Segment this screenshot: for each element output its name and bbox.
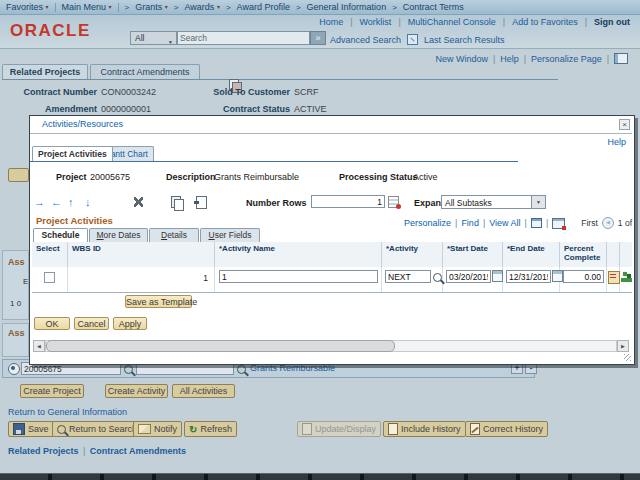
footer-related-projects-link[interactable]: Related Projects bbox=[8, 446, 79, 456]
subtab-more-dates[interactable]: More Dates bbox=[89, 228, 148, 242]
row-select-checkbox[interactable] bbox=[44, 272, 55, 283]
end-date-calendar-icon[interactable] bbox=[552, 270, 563, 282]
col-header-blank-1 bbox=[607, 242, 620, 267]
search-input[interactable] bbox=[177, 31, 310, 45]
refresh-button[interactable]: ↻Refresh bbox=[184, 421, 237, 437]
advanced-search-link[interactable]: Advanced Search bbox=[330, 35, 401, 45]
breadcrumb-separator: > bbox=[226, 3, 231, 12]
activity-name-input[interactable] bbox=[219, 270, 378, 283]
subtab-user-fields[interactable]: User Fields bbox=[200, 228, 260, 242]
search-go-button[interactable]: » bbox=[310, 31, 326, 45]
search-scope-select[interactable]: All▼ bbox=[130, 31, 177, 45]
personalize-link[interactable]: Personalize bbox=[404, 218, 451, 228]
processing-status-label: Processing Status bbox=[339, 172, 418, 182]
page-action-bar: New Window | Help | Personalize Page | bbox=[435, 53, 628, 64]
expand-select[interactable]: All Subtasks ▼ bbox=[441, 195, 546, 209]
layout-grid-icon[interactable] bbox=[614, 53, 628, 64]
chevron-down-icon: ▾ bbox=[165, 4, 168, 10]
find-link[interactable]: Find bbox=[461, 218, 479, 228]
divider: | bbox=[524, 54, 526, 64]
insert-rows-icon[interactable] bbox=[388, 196, 399, 208]
sign-out-link[interactable]: Sign out bbox=[594, 17, 630, 27]
subtab-details[interactable]: Details bbox=[149, 228, 199, 242]
correct-history-button[interactable]: Correct History bbox=[465, 421, 548, 437]
download-grid-icon[interactable] bbox=[552, 218, 565, 229]
end-date-input[interactable] bbox=[506, 270, 551, 283]
project-lookup-icon[interactable] bbox=[124, 365, 133, 374]
scroll-left-icon[interactable]: ◀ bbox=[33, 340, 45, 352]
activity-lookup-icon[interactable] bbox=[433, 273, 442, 282]
return-to-general-information-link[interactable]: Return to General Information bbox=[8, 407, 127, 417]
start-date-input[interactable] bbox=[446, 270, 491, 283]
breadcrumb-contract-terms[interactable]: Contract Terms bbox=[403, 2, 464, 12]
resources-icon[interactable] bbox=[621, 271, 632, 282]
cancel-button[interactable]: Cancel bbox=[74, 317, 109, 330]
personalize-page-link[interactable]: Personalize Page bbox=[531, 54, 602, 64]
tab-project-activities[interactable]: Project Activities bbox=[32, 146, 113, 161]
breadcrumb-separator: > bbox=[392, 3, 397, 12]
copy-icon[interactable] bbox=[171, 196, 181, 208]
create-project-button[interactable]: Create Project bbox=[20, 384, 84, 398]
breadcrumb-main-menu[interactable]: Main Menu ▾ bbox=[62, 2, 112, 12]
move-down-icon[interactable]: ↓ bbox=[85, 197, 91, 207]
breadcrumb-grants[interactable]: Grants ▾ bbox=[135, 2, 168, 12]
save-as-template-button[interactable]: Save as Template bbox=[125, 295, 192, 308]
ok-button[interactable]: OK bbox=[34, 317, 70, 330]
percent-complete-input[interactable] bbox=[563, 270, 604, 283]
save-button[interactable]: Save bbox=[8, 421, 54, 437]
activity-input[interactable] bbox=[385, 270, 431, 283]
number-rows-input[interactable] bbox=[311, 195, 385, 208]
all-activities-button[interactable]: All Activities bbox=[172, 384, 235, 398]
help-link[interactable]: Help bbox=[500, 54, 519, 64]
add-to-favorites-link[interactable]: Add to Favorites bbox=[512, 17, 578, 27]
return-to-search-button[interactable]: Return to Search bbox=[52, 421, 142, 437]
divider: | bbox=[483, 218, 485, 228]
breadcrumb-general-information[interactable]: General Information bbox=[307, 2, 387, 12]
notify-button[interactable]: Notify bbox=[133, 421, 182, 437]
breadcrumb-award-profile[interactable]: Award Profile bbox=[237, 2, 290, 12]
indent-left-icon[interactable]: ← bbox=[51, 197, 62, 207]
pager-prev-icon[interactable]: ◀ bbox=[602, 217, 614, 229]
scrollbar-thumb[interactable] bbox=[46, 340, 395, 352]
project-value: 20005675 bbox=[90, 172, 130, 182]
view-all-link[interactable]: View All bbox=[489, 218, 520, 228]
multichannel-console-link[interactable]: MultiChannel Console bbox=[408, 17, 496, 27]
home-link[interactable]: Home bbox=[319, 17, 343, 27]
popout-window-icon[interactable] bbox=[531, 218, 542, 228]
dialog-help-link[interactable]: Help bbox=[607, 137, 626, 147]
footer-contract-amendments-link[interactable]: Contract Amendments bbox=[90, 446, 186, 456]
last-search-results-link[interactable]: Last Search Results bbox=[424, 35, 505, 45]
disk-icon bbox=[13, 423, 25, 435]
tab-related-projects[interactable]: Related Projects bbox=[2, 64, 88, 79]
scroll-right-icon[interactable]: ▶ bbox=[617, 340, 629, 352]
activity-notes-icon[interactable] bbox=[608, 271, 620, 284]
hidden-button-fragment[interactable] bbox=[8, 168, 29, 182]
project-radio[interactable] bbox=[8, 363, 20, 375]
worklist-link[interactable]: Worklist bbox=[360, 17, 392, 27]
breadcrumb-awards[interactable]: Awards ▾ bbox=[185, 2, 220, 12]
envelope-icon bbox=[138, 424, 151, 434]
col-header-select: Select bbox=[32, 242, 68, 267]
new-window-link[interactable]: New Window bbox=[435, 54, 488, 64]
paste-insert-icon[interactable] bbox=[196, 196, 207, 209]
start-date-calendar-icon[interactable] bbox=[492, 270, 503, 282]
resize-grip[interactable] bbox=[624, 354, 631, 361]
col-header-start-date: *Start Date bbox=[443, 242, 503, 267]
move-up-icon[interactable]: ↑ bbox=[68, 197, 74, 207]
subtab-schedule[interactable]: Schedule bbox=[33, 228, 88, 242]
divider bbox=[118, 3, 119, 12]
tab-contract-amendments[interactable]: Contract Amendments bbox=[90, 64, 200, 79]
apply-button[interactable]: Apply bbox=[113, 317, 147, 330]
close-icon[interactable]: × bbox=[619, 119, 630, 130]
include-history-button[interactable]: Include History bbox=[383, 421, 466, 437]
pager-count: 1 of bbox=[618, 218, 632, 228]
amendment-number-value: 0000000001 bbox=[101, 104, 151, 114]
cut-icon[interactable] bbox=[134, 197, 143, 207]
activity-lookup-icon[interactable] bbox=[237, 365, 246, 374]
pencil-page-icon bbox=[470, 423, 480, 435]
project-label: Project bbox=[56, 172, 87, 182]
breadcrumb-favorites[interactable]: Favorites ▾ bbox=[6, 2, 49, 12]
chevron-down-icon: ▾ bbox=[46, 4, 49, 10]
indent-right-icon[interactable]: → bbox=[34, 197, 45, 207]
create-activity-button[interactable]: Create Activity bbox=[105, 384, 168, 398]
